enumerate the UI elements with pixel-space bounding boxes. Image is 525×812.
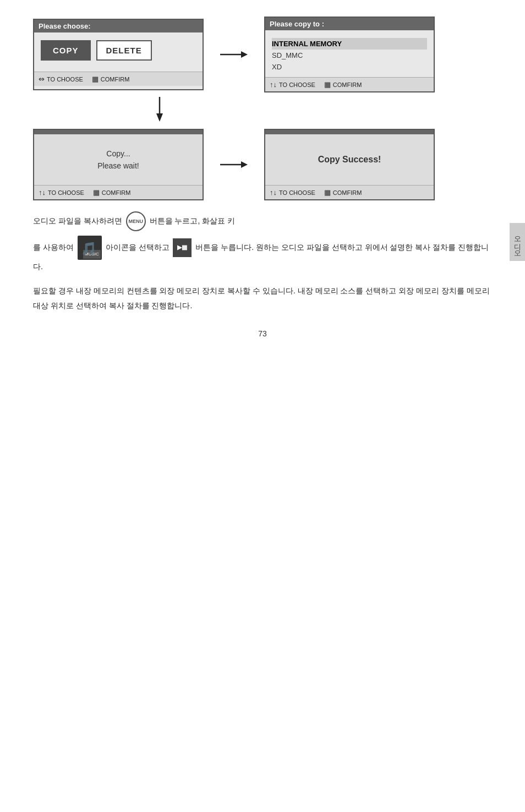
side-tab: 오디오 <box>510 223 525 261</box>
side-tab-text: 오디오 <box>512 231 522 253</box>
progress-footer-choose-label: TO CHOOSE <box>48 189 84 196</box>
progress-footer-confirm-label: COMFIRM <box>102 189 131 196</box>
success-dialog: Copy Success! ↑↓ TO CHOOSE ▦ COMFIRM <box>264 129 435 200</box>
menu-button-label: MENU <box>128 217 143 226</box>
progress-dialog: Copy... Please wait! ↑↓ TO CHOOSE ▦ COMF… <box>33 129 204 200</box>
paragraph-2: 필요할 경우 내장 메모리의 컨텐츠를 외장 메모리 장치로 복사할 수 있습니… <box>33 284 492 313</box>
diagonal-arrow-svg <box>143 97 176 124</box>
page-number: 73 <box>33 329 492 338</box>
copy-to-footer-confirm: ▦ COMFIRM <box>324 80 362 89</box>
svg-marker-3 <box>156 113 163 122</box>
instruction-part4: 아이콘을 선택하고 <box>106 243 169 252</box>
progress-title-bar <box>34 130 203 134</box>
right-arrow-svg-2 <box>220 156 248 173</box>
confirm-icon-4: ▦ <box>324 188 331 197</box>
choose-dialog-buttons: COPY DELETE <box>41 40 196 61</box>
menu-button-icon: MENU <box>126 211 146 231</box>
lr-arrow-icon: ⇔ <box>39 75 45 83</box>
success-title-bar <box>265 130 434 134</box>
choose-footer-choose: ⇔ TO CHOOSE <box>39 75 83 83</box>
music-icon: MUSIC 🎵 <box>78 236 102 260</box>
instruction-para-1: 오디오 파일을 복사하려면 MENU 버튼을 누르고, 화살표 키 <box>33 211 492 231</box>
success-dialog-body: Copy Success! <box>265 134 434 185</box>
delete-button[interactable]: DELETE <box>96 40 152 61</box>
confirm-icon-3: ▦ <box>93 188 100 197</box>
arrow-row2 <box>220 156 248 173</box>
confirm-icon-2: ▦ <box>324 80 331 89</box>
arrow-row1 <box>220 46 248 63</box>
success-footer-choose: ↑↓ TO CHOOSE <box>270 188 315 197</box>
progress-line1: Copy... <box>106 148 130 160</box>
copy-to-item-sd: SD_MMC <box>272 50 427 61</box>
choose-dialog-title: Please choose: <box>34 20 203 32</box>
success-message: Copy Success! <box>318 155 381 165</box>
diagram-row-1: Please choose: COPY DELETE ⇔ TO CHOOSE ▦… <box>33 17 492 92</box>
choose-dialog-footer: ⇔ TO CHOOSE ▦ COMFIRM <box>34 72 203 86</box>
progress-line2: Please wait! <box>97 160 139 172</box>
confirm-button-icon: ▶▦ <box>173 238 192 257</box>
diagram-row-2: Copy... Please wait! ↑↓ TO CHOOSE ▦ COMF… <box>33 129 492 200</box>
ud-arrow-icon-3: ↑↓ <box>270 188 277 197</box>
success-footer-choose-label: TO CHOOSE <box>279 189 315 196</box>
choose-footer-confirm: ▦ COMFIRM <box>92 75 130 83</box>
instruction-part2: 버튼을 누르고, 화살표 키 <box>150 216 236 225</box>
instruction-text-block: 오디오 파일을 복사하려면 MENU 버튼을 누르고, 화살표 키 를 사용하여… <box>33 211 492 274</box>
instruction-para-2: 를 사용하여 MUSIC 🎵 아이콘을 선택하고 ▶▦ 버튼을 누릅니다. 원하… <box>33 236 492 274</box>
choose-footer-choose-label: TO CHOOSE <box>47 76 83 83</box>
svg-marker-5 <box>241 161 248 168</box>
confirm-icon-1: ▦ <box>92 75 99 83</box>
copy-button[interactable]: COPY <box>41 40 91 61</box>
success-footer-confirm: ▦ COMFIRM <box>324 188 362 197</box>
success-footer-confirm-label: COMFIRM <box>333 189 362 196</box>
instruction-part1: 오디오 파일을 복사하려면 <box>33 216 122 225</box>
music-label: MUSIC <box>83 250 101 259</box>
progress-dialog-body: Copy... Please wait! <box>34 134 203 185</box>
copy-to-dialog: Please copy to : INTERNAL MEMORY SD_MMC … <box>264 17 435 92</box>
copy-to-footer-choose-label: TO CHOOSE <box>279 81 315 88</box>
choose-dialog: Please choose: COPY DELETE ⇔ TO CHOOSE ▦… <box>33 19 204 90</box>
right-arrow-svg <box>220 46 248 63</box>
copy-to-dialog-footer: ↑↓ TO CHOOSE ▦ COMFIRM <box>265 77 434 91</box>
copy-to-item-internal: INTERNAL MEMORY <box>272 38 427 50</box>
success-dialog-footer: ↑↓ TO CHOOSE ▦ COMFIRM <box>265 185 434 199</box>
progress-footer-confirm: ▦ COMFIRM <box>93 188 131 197</box>
copy-to-dialog-title: Please copy to : <box>265 18 434 30</box>
copy-to-footer-confirm-label: COMFIRM <box>333 81 362 88</box>
music-icon-glyph: 🎵 <box>81 238 96 260</box>
copy-to-footer-choose: ↑↓ TO CHOOSE <box>270 80 315 89</box>
choose-dialog-body: COPY DELETE <box>34 32 203 72</box>
copy-to-dialog-body: INTERNAL MEMORY SD_MMC XD <box>265 30 434 77</box>
between-rows-arrow-wrapper <box>33 97 492 124</box>
confirm-icon-label: ▶▦ <box>177 242 187 253</box>
progress-footer-choose: ↑↓ TO CHOOSE <box>39 188 84 197</box>
ud-arrow-icon-2: ↑↓ <box>39 188 46 197</box>
choose-footer-confirm-label: COMFIRM <box>101 76 130 83</box>
progress-dialog-footer: ↑↓ TO CHOOSE ▦ COMFIRM <box>34 185 203 199</box>
ud-arrow-icon-1: ↑↓ <box>270 80 277 89</box>
copy-to-item-xd: XD <box>272 61 427 73</box>
svg-marker-1 <box>241 51 248 58</box>
instruction-part3: 를 사용하여 <box>33 243 74 252</box>
